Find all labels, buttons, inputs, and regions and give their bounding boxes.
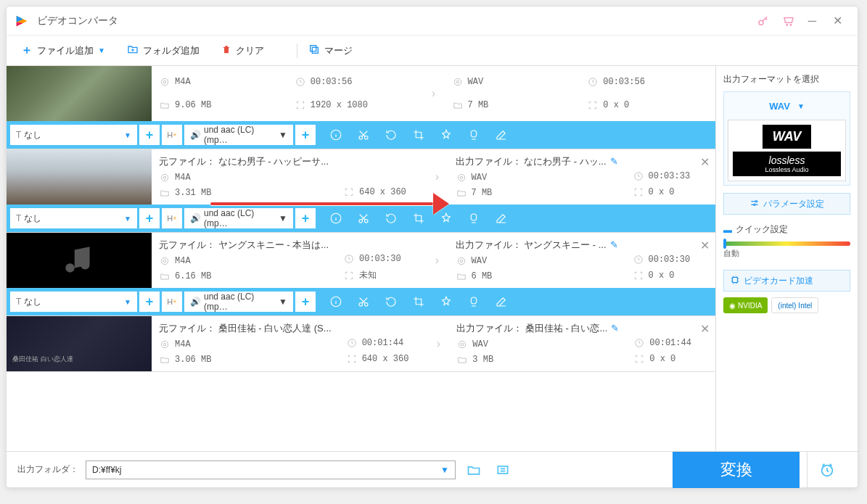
thumbnail[interactable]: [7, 233, 152, 288]
output-path-select[interactable]: D:¥ff¥kj▼: [86, 460, 456, 479]
add-file-button[interactable]: ＋ ファイル追加 ▼: [21, 43, 105, 58]
item-toolbar: Tなし▼ + H+ 🔊und aac (LC) (mp…▼ +: [7, 121, 715, 149]
list-item: ✕ 元ファイル： ヤングスキニー - 本当は... M4A 6.16 MB 00…: [7, 233, 715, 316]
folder-plus-icon: [127, 44, 139, 57]
add-subtitle-button[interactable]: +: [139, 292, 160, 312]
audio-value: und aac (LC) (mp…: [204, 292, 279, 312]
history-button[interactable]: [492, 459, 514, 481]
add-subtitle-button[interactable]: +: [139, 208, 160, 228]
add-audio-button[interactable]: +: [295, 125, 316, 145]
edit-name-button[interactable]: ✎: [610, 239, 618, 250]
src-format: M4A: [175, 256, 191, 266]
convert-button[interactable]: 変換: [673, 452, 800, 488]
resolution-icon: [633, 186, 644, 198]
audio-value: und aac (LC) (mp…: [204, 125, 279, 145]
nvidia-label: NVIDIA: [738, 302, 762, 310]
open-folder-button[interactable]: [463, 459, 485, 481]
effects-icon[interactable]: [439, 128, 453, 142]
add-audio-button[interactable]: +: [295, 292, 316, 312]
crop-icon[interactable]: [411, 128, 426, 142]
info-icon[interactable]: [329, 294, 343, 309]
edit-name-button[interactable]: ✎: [610, 156, 618, 167]
svg-point-15: [460, 176, 463, 179]
src-size: 3.06 MB: [175, 355, 211, 365]
watermark-icon[interactable]: [467, 211, 481, 226]
format-icon: [159, 339, 170, 350]
edit-name-button[interactable]: ✎: [611, 323, 619, 334]
subtitle-select[interactable]: Tなし▼: [10, 125, 137, 145]
h-button[interactable]: H+: [162, 292, 182, 312]
slider-thumb[interactable]: [723, 239, 726, 249]
gpu-label: ビデオカード加速: [744, 275, 813, 287]
subtitle-select[interactable]: Tなし▼: [10, 208, 137, 228]
minimize-button[interactable]: ─: [800, 10, 825, 32]
h-button[interactable]: H+: [162, 208, 182, 228]
thumbnail[interactable]: [7, 149, 152, 205]
cut-icon[interactable]: [356, 128, 371, 142]
format-card[interactable]: WAV lossless Lossless Audio: [728, 120, 846, 181]
lossless-sub: Lossless Audio: [736, 166, 838, 173]
gpu-accel-button[interactable]: ビデオカード加速: [723, 270, 850, 292]
dst-format: WAV: [472, 256, 488, 266]
folder-icon: [456, 270, 467, 282]
schedule-button[interactable]: [807, 452, 847, 488]
remove-item-button[interactable]: ✕: [700, 239, 710, 252]
folder-icon: [456, 354, 468, 365]
cut-icon[interactable]: [356, 211, 371, 226]
audio-select[interactable]: 🔊und aac (LC) (mp…▼: [184, 125, 293, 145]
edit-icon[interactable]: [494, 211, 509, 226]
rotate-icon[interactable]: [384, 211, 398, 226]
add-subtitle-button[interactable]: +: [139, 125, 160, 145]
quick-settings-label: ▬クイック設定: [723, 223, 850, 236]
key-icon[interactable]: [752, 10, 774, 32]
remove-item-button[interactable]: ✕: [700, 155, 710, 169]
clock-icon: [633, 170, 644, 182]
merge-button[interactable]: マージ: [308, 44, 353, 57]
src-size: 6.16 MB: [175, 271, 211, 281]
resolution-icon: [343, 186, 355, 198]
src-res: 640 x 360: [362, 354, 409, 364]
watermark-icon[interactable]: [467, 128, 481, 142]
add-folder-button[interactable]: フォルダ追加: [127, 44, 200, 57]
clear-button[interactable]: クリア: [221, 44, 264, 57]
speaker-icon: 🔊: [190, 130, 201, 140]
intel-badge: (intel)Intel: [771, 297, 818, 313]
add-audio-button[interactable]: +: [295, 208, 316, 228]
format-select[interactable]: WAV▼: [728, 96, 846, 116]
thumbnail[interactable]: 桑田佳祐 白い恋人達: [7, 316, 152, 371]
resolution-icon: [295, 99, 306, 111]
quality-slider[interactable]: [723, 241, 850, 246]
h-button[interactable]: H+: [162, 125, 182, 145]
folder-icon: [452, 99, 464, 111]
effects-icon[interactable]: [439, 211, 453, 226]
src-res: 未知: [359, 269, 377, 281]
close-button[interactable]: ✕: [825, 10, 850, 32]
cut-icon[interactable]: [356, 294, 371, 309]
audio-select[interactable]: 🔊und aac (LC) (mp…▼: [184, 208, 293, 228]
svg-point-7: [456, 80, 459, 83]
crop-icon[interactable]: [411, 294, 426, 309]
thumbnail[interactable]: [7, 66, 152, 121]
audio-select[interactable]: 🔊und aac (LC) (mp…▼: [184, 292, 293, 312]
src-duration: 00:03:56: [311, 77, 353, 87]
subtitle-select[interactable]: Tなし▼: [10, 292, 137, 312]
param-settings-button[interactable]: パラメータ設定: [723, 193, 850, 215]
intel-label: Intel: [798, 302, 812, 310]
resolution-icon: [343, 270, 355, 281]
cart-icon[interactable]: [778, 10, 800, 32]
rotate-icon[interactable]: [384, 128, 398, 142]
dst-title: 出力ファイル： なにわ男子 - ハッ...: [456, 156, 607, 167]
edit-icon[interactable]: [494, 128, 509, 142]
convert-label: 変換: [720, 459, 752, 481]
watermark-icon[interactable]: [467, 294, 481, 309]
resolution-icon: [633, 270, 644, 281]
effects-icon[interactable]: [439, 294, 453, 309]
crop-icon[interactable]: [411, 211, 426, 226]
info-icon[interactable]: [329, 128, 343, 142]
quick-label: クイック設定: [736, 223, 788, 236]
remove-item-button[interactable]: ✕: [700, 322, 710, 336]
format-icon: [452, 76, 464, 88]
info-icon[interactable]: [329, 211, 343, 226]
edit-icon[interactable]: [494, 294, 509, 309]
rotate-icon[interactable]: [384, 294, 398, 309]
